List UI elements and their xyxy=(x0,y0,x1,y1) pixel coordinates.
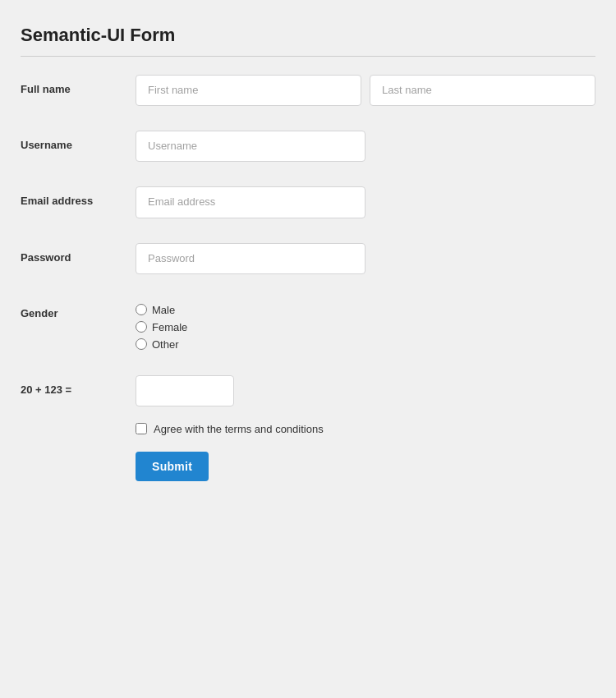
submit-row: Submit xyxy=(136,452,595,481)
fullname-field: Full name xyxy=(21,67,595,106)
first-name-input[interactable] xyxy=(136,75,361,106)
form-container: Semantic-UI Form Full name Username Emai… xyxy=(21,25,595,481)
gender-male-label: Male xyxy=(152,304,175,316)
email-input[interactable] xyxy=(136,186,365,218)
username-inputs xyxy=(136,131,595,162)
fullname-label: Full name xyxy=(21,75,136,95)
password-label: Password xyxy=(21,243,136,264)
terms-row: Agree with the terms and conditions xyxy=(136,423,595,435)
gender-field: Gender Male Female Other xyxy=(21,291,595,351)
gender-label: Gender xyxy=(21,299,136,319)
username-label: Username xyxy=(21,131,136,151)
submit-button[interactable]: Submit xyxy=(136,452,209,481)
email-label: Email address xyxy=(21,186,136,207)
captcha-field: 20 + 123 = xyxy=(21,367,595,406)
gender-female-option[interactable]: Female xyxy=(136,321,187,333)
password-input[interactable] xyxy=(136,243,365,274)
username-input[interactable] xyxy=(136,131,365,162)
gender-radio-group: Male Female Other xyxy=(136,299,187,351)
captcha-label: 20 + 123 = xyxy=(21,375,136,396)
email-field: Email address xyxy=(21,178,595,218)
fullname-inputs xyxy=(136,75,595,106)
captcha-inputs xyxy=(136,375,595,406)
gender-male-option[interactable]: Male xyxy=(136,304,187,316)
captcha-input[interactable] xyxy=(136,375,234,406)
gender-female-radio[interactable] xyxy=(136,321,147,333)
password-field: Password xyxy=(21,235,595,274)
gender-male-radio[interactable] xyxy=(136,304,147,315)
username-field: Username xyxy=(21,122,595,162)
last-name-input[interactable] xyxy=(370,75,595,106)
terms-checkbox[interactable] xyxy=(136,423,147,434)
gender-other-option[interactable]: Other xyxy=(136,338,187,351)
password-inputs xyxy=(136,243,595,274)
gender-female-label: Female xyxy=(152,321,187,333)
gender-other-label: Other xyxy=(152,338,179,351)
email-inputs xyxy=(136,186,595,218)
terms-label: Agree with the terms and conditions xyxy=(154,423,324,435)
page-title: Semantic-UI Form xyxy=(21,25,595,57)
gender-other-radio[interactable] xyxy=(136,338,147,350)
